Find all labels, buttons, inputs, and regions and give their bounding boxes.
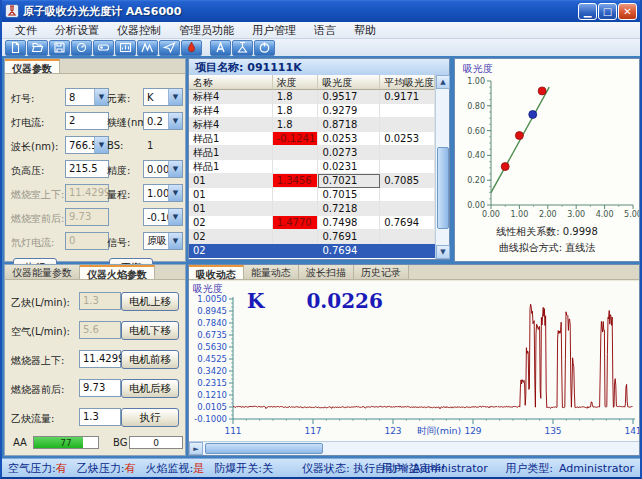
tab-dynamic-1[interactable]: 能量动态	[244, 265, 299, 279]
flame-input-2[interactable]: 11.4299	[79, 350, 121, 368]
field-select-right-4[interactable]: 1.0050▼	[143, 184, 183, 202]
flame-button-0[interactable]: 电机上移	[121, 292, 179, 311]
field-input-left-3[interactable]: 215.5	[65, 160, 109, 178]
table-row[interactable]: 010.7015	[189, 188, 435, 202]
field-label-right-4: 量程:	[107, 188, 130, 202]
toolbar-button-new-file[interactable]	[5, 40, 26, 56]
menu-item-1[interactable]: 分析设置	[46, 22, 108, 39]
flame-input-3[interactable]: 9.73	[79, 379, 121, 397]
chevron-down-icon[interactable]: ▼	[168, 209, 182, 225]
field-input-left-5: 9.73	[65, 208, 109, 226]
table-row[interactable]: 020.7691	[189, 230, 435, 244]
table-row[interactable]: 010.7218	[189, 202, 435, 216]
table-row[interactable]: 021.47700.74980.7694	[189, 216, 435, 230]
analysis-icon	[214, 41, 227, 54]
maximize-button[interactable]: □	[598, 3, 617, 20]
svg-text:1.00: 1.00	[467, 77, 485, 86]
select-value: -0.1000	[144, 212, 168, 223]
chevron-down-icon[interactable]: ▼	[168, 185, 182, 201]
column-header-1[interactable]: 浓度	[273, 75, 319, 90]
table-row[interactable]: 样品10.0273	[189, 146, 435, 160]
table-row[interactable]: 标样41.80.95170.9171	[189, 90, 435, 104]
chevron-down-icon[interactable]: ▼	[168, 113, 182, 129]
menu-item-6[interactable]: 帮助	[345, 22, 385, 39]
status-bar: 空气压力:有乙炔压力:有火焰监视:是防爆开关:关 仪器状态: 执行自动增益完毕!…	[2, 458, 640, 477]
table-row[interactable]: 020.7694	[189, 244, 435, 258]
minimize-button[interactable]: ▁	[578, 3, 597, 20]
toolbar-button-energy-meter[interactable]	[115, 40, 136, 56]
toolbar-button-open-folder[interactable]	[27, 40, 48, 56]
menu-item-5[interactable]: 语言	[305, 22, 345, 39]
chevron-down-icon[interactable]: ▼	[94, 89, 108, 105]
window-title: 原子吸收分光光度计 AAS6000	[23, 4, 577, 19]
toolbar-button-power[interactable]	[254, 40, 275, 56]
field-select-right-6[interactable]: 原吸▼	[143, 232, 183, 250]
tab-instrument-params[interactable]: 仪器参数	[5, 59, 60, 73]
flame-button-2[interactable]: 电机前移	[121, 350, 179, 369]
scroll-down-icon[interactable]: ▼	[436, 245, 450, 259]
table-row[interactable]: 标样41.80.9279	[189, 104, 435, 118]
field-select-right-1[interactable]: 0.2▼	[143, 112, 183, 130]
menu-item-2[interactable]: 仪器控制	[108, 22, 170, 39]
table-cell: 0.0253	[318, 132, 380, 146]
table-header-row: 名称浓度吸光度平均吸光度	[189, 75, 435, 90]
chevron-down-icon[interactable]: ▼	[168, 89, 182, 105]
field-select-right-0[interactable]: K▼	[143, 88, 183, 106]
field-input-left-1[interactable]: 2	[65, 112, 109, 130]
table-row[interactable]: 样品1-0.12410.02530.0253	[189, 132, 435, 146]
toolbar-button-lamp-position[interactable]	[93, 40, 114, 56]
table-cell: 0.0253	[380, 132, 435, 146]
tab-flame-0[interactable]: 仪器能量参数	[5, 265, 80, 279]
table-row[interactable]: 样品10.0231	[189, 160, 435, 174]
close-button[interactable]: ✕	[618, 3, 637, 20]
scroll-right-icon[interactable]: ►	[189, 442, 203, 455]
field-select-left-0[interactable]: 8▼	[65, 88, 109, 106]
table-cell: 01	[189, 174, 273, 188]
dynamic-horizontal-scrollbar[interactable]: ◄ ►	[189, 441, 639, 455]
chevron-down-icon[interactable]: ▼	[94, 137, 108, 153]
toolbar-button-burner[interactable]	[232, 40, 253, 56]
menu-item-3[interactable]: 管理员功能	[170, 22, 243, 39]
table-cell	[380, 188, 435, 202]
column-header-0[interactable]: 名称	[189, 75, 273, 90]
column-header-3[interactable]: 平均吸光度	[380, 75, 435, 90]
project-name-label: 项目名称:	[195, 61, 243, 74]
column-header-2[interactable]: 吸光度	[318, 75, 380, 90]
tab-dynamic-0[interactable]: 吸收动态	[189, 265, 244, 279]
menu-item-4[interactable]: 用户管理	[243, 22, 305, 39]
tab-dynamic-2[interactable]: 波长扫描	[299, 265, 354, 279]
scroll-up-icon[interactable]: ▲	[436, 75, 450, 89]
table-row[interactable]: 011.34560.70210.7085	[189, 174, 435, 188]
scroll-thumb[interactable]	[437, 147, 449, 229]
field-select-right-3[interactable]: 0.0000▼	[143, 160, 183, 178]
toolbar-button-lamp-gauge[interactable]	[71, 40, 92, 56]
flame-row-1: 空气(L/min):5.6电机下移	[5, 321, 185, 343]
tab-dynamic-3[interactable]: 历史记录	[354, 265, 409, 279]
toolbar-button-flame[interactable]	[181, 40, 202, 56]
scroll-thumb[interactable]	[205, 443, 323, 454]
flame-button-3[interactable]: 电机后移	[121, 379, 179, 398]
chevron-down-icon[interactable]: ▼	[168, 161, 182, 177]
chevron-down-icon[interactable]: ▼	[168, 233, 182, 249]
toolbar-button-save[interactable]	[49, 40, 70, 56]
field-select-right-5[interactable]: -0.1000▼	[143, 208, 183, 226]
dynamic-ylabel: 吸光度	[193, 282, 223, 296]
results-vertical-scrollbar[interactable]: ▲ ▼	[435, 75, 449, 259]
svg-text:2.00: 2.00	[539, 210, 557, 219]
toolbar-button-auto-gain[interactable]	[159, 40, 180, 56]
tab-flame-1[interactable]: 仪器火焰参数	[80, 265, 155, 279]
menu-item-0[interactable]: 文件	[6, 22, 46, 39]
flame-icon	[185, 41, 198, 54]
flame-input-4[interactable]: 1.3	[79, 408, 121, 426]
table-row[interactable]: 标样41.80.8718	[189, 118, 435, 132]
svg-text:5.00: 5.00	[624, 210, 639, 219]
table-cell	[380, 146, 435, 160]
flame-button-1[interactable]: 电机下移	[121, 321, 179, 340]
table-cell: 1.4770	[273, 216, 319, 230]
field-label-left-2: 波长(nm):	[11, 140, 58, 154]
toolbar-button-analysis[interactable]	[210, 40, 231, 56]
field-label-left-6: 氘灯电流:	[11, 236, 54, 250]
field-select-left-2[interactable]: 766.5▼	[65, 136, 109, 154]
toolbar-button-wavelength-scan[interactable]	[137, 40, 158, 56]
flame-button-4[interactable]: 执行	[121, 408, 179, 427]
